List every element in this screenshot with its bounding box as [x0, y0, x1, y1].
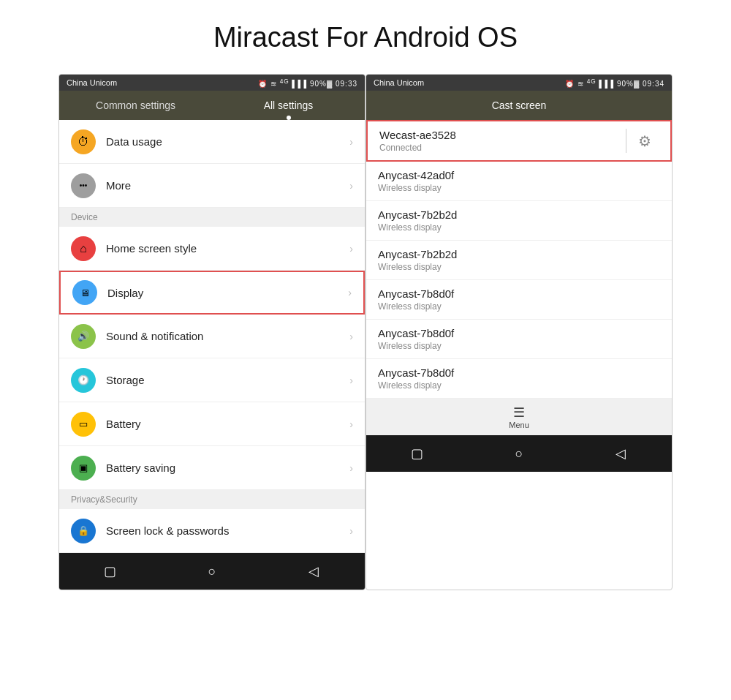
device-section-header: Device	[59, 208, 365, 227]
battery-saving-label: Battery saving	[106, 462, 349, 474]
storage-label: Storage	[106, 374, 349, 386]
left-status-bar: China Unicom ⏰ ≋ 4G▐▐▐ 90%▓ 09:33	[59, 75, 365, 91]
display-label: Display	[107, 287, 348, 299]
tab-common-settings[interactable]: Common settings	[59, 91, 212, 120]
home-screen-icon: ⌂	[71, 236, 96, 261]
home-screen-chevron: ›	[349, 243, 353, 255]
right-nav-back[interactable]: ◁	[606, 443, 635, 464]
left-screen: China Unicom ⏰ ≋ 4G▐▐▐ 90%▓ 09:33 Common…	[58, 74, 366, 590]
cast-list: Wecast-ae3528 Connected ⚙ Anycast-42ad0f…	[366, 120, 672, 399]
right-nav-square[interactable]: ▢	[403, 443, 432, 464]
wecast-status: Connected	[379, 143, 621, 153]
display-chevron: ›	[348, 287, 352, 298]
settings-item-home-screen[interactable]: ⌂ Home screen style ›	[59, 227, 365, 271]
cast-item-2[interactable]: Anycast-7b2b2d Wireless display	[366, 201, 672, 241]
data-usage-chevron: ›	[349, 136, 353, 148]
right-bottom-nav: ▢ ○ ◁	[366, 435, 672, 472]
anycast-5-status: Wireless display	[378, 341, 660, 351]
menu-icon: ☰	[513, 404, 525, 421]
cast-item-6[interactable]: Anycast-7b8d0f Wireless display	[366, 359, 672, 399]
storage-chevron: ›	[349, 375, 353, 386]
sound-icon: 🔊	[71, 324, 96, 349]
left-nav-tabs: Common settings All settings	[59, 91, 365, 120]
cast-screen-title: Cast screen	[492, 99, 547, 111]
data-usage-icon: ⏱	[71, 129, 96, 154]
anycast-3-name: Anycast-7b2b2d	[378, 248, 660, 260]
sound-label: Sound & notification	[106, 330, 349, 342]
privacy-section-header: Privacy&Security	[59, 490, 365, 509]
battery-saving-chevron: ›	[349, 462, 353, 474]
anycast-1-name: Anycast-42ad0f	[378, 169, 660, 181]
right-status-icons: ⏰ ≋ 4G▐▐▐ 90%▓ 09:34	[565, 78, 664, 88]
settings-item-battery-saving[interactable]: ▣ Battery saving ›	[59, 446, 365, 490]
settings-item-display[interactable]: 🖥 Display ›	[59, 271, 365, 315]
left-carrier: China Unicom	[67, 78, 117, 87]
battery-label: Battery	[106, 418, 349, 430]
wecast-name: Wecast-ae3528	[379, 129, 621, 141]
cast-item-1[interactable]: Anycast-42ad0f Wireless display	[366, 162, 672, 201]
data-usage-label: Data usage	[106, 135, 349, 148]
anycast-4-status: Wireless display	[378, 301, 660, 312]
screen-lock-icon: 🔒	[71, 519, 96, 543]
right-carrier: China Unicom	[374, 78, 424, 87]
anycast-1-status: Wireless display	[378, 183, 660, 193]
right-status-bar: China Unicom ⏰ ≋ 4G▐▐▐ 90%▓ 09:34	[366, 75, 672, 91]
screen-lock-label: Screen lock & passwords	[106, 524, 349, 537]
storage-icon: 🕐	[71, 368, 96, 393]
cast-screen-nav: Cast screen	[366, 91, 672, 120]
cast-item-connected-info: Wecast-ae3528 Connected	[379, 129, 621, 153]
cast-item-connected-row: Wecast-ae3528 Connected ⚙	[379, 129, 659, 153]
cast-item-4[interactable]: Anycast-7b8d0f Wireless display	[366, 280, 672, 320]
cast-item-3[interactable]: Anycast-7b2b2d Wireless display	[366, 241, 672, 280]
left-bottom-nav: ▢ ○ ◁	[59, 553, 365, 590]
right-screen: China Unicom ⏰ ≋ 4G▐▐▐ 90%▓ 09:34 Cast s…	[366, 74, 673, 590]
battery-saving-icon: ▣	[71, 456, 96, 481]
cast-divider	[626, 129, 626, 153]
settings-item-storage[interactable]: 🕐 Storage ›	[59, 358, 365, 402]
home-screen-label: Home screen style	[106, 242, 349, 255]
anycast-5-name: Anycast-7b8d0f	[378, 327, 660, 339]
settings-item-more[interactable]: ••• More ›	[59, 164, 365, 208]
battery-icon: ▭	[71, 412, 96, 437]
display-icon: 🖥	[72, 280, 97, 305]
left-status-icons: ⏰ ≋ 4G▐▐▐ 90%▓ 09:33	[258, 78, 357, 88]
settings-item-data-usage[interactable]: ⏱ Data usage ›	[59, 120, 365, 164]
page-title: Miracast For Android OS	[0, 0, 731, 74]
more-label: More	[106, 179, 349, 192]
cast-item-connected[interactable]: Wecast-ae3528 Connected ⚙	[366, 120, 672, 162]
anycast-6-name: Anycast-7b8d0f	[378, 366, 660, 379]
gear-icon[interactable]: ⚙	[631, 129, 659, 153]
settings-item-screen-lock[interactable]: 🔒 Screen lock & passwords ›	[59, 509, 365, 553]
anycast-6-status: Wireless display	[378, 380, 660, 391]
settings-item-sound[interactable]: 🔊 Sound & notification ›	[59, 315, 365, 358]
cast-item-5[interactable]: Anycast-7b8d0f Wireless display	[366, 320, 672, 359]
battery-chevron: ›	[349, 418, 353, 430]
screens-container: China Unicom ⏰ ≋ 4G▐▐▐ 90%▓ 09:33 Common…	[0, 74, 731, 590]
anycast-3-status: Wireless display	[378, 262, 660, 272]
screen-lock-chevron: ›	[349, 525, 353, 537]
more-chevron: ›	[349, 180, 353, 192]
menu-label: Menu	[509, 421, 529, 429]
settings-item-battery[interactable]: ▭ Battery ›	[59, 402, 365, 446]
left-nav-square[interactable]: ▢	[96, 560, 125, 582]
sound-chevron: ›	[349, 331, 353, 342]
cast-menu-button[interactable]: ☰ Menu	[366, 399, 672, 435]
more-icon: •••	[71, 173, 96, 198]
anycast-2-name: Anycast-7b2b2d	[378, 208, 660, 221]
anycast-2-status: Wireless display	[378, 222, 660, 233]
right-nav-circle[interactable]: ○	[504, 443, 534, 464]
left-settings-list: ⏱ Data usage › ••• More › Device ⌂ Home …	[59, 120, 365, 553]
left-nav-circle[interactable]: ○	[197, 560, 227, 582]
left-nav-back[interactable]: ◁	[299, 560, 328, 582]
anycast-4-name: Anycast-7b8d0f	[378, 287, 660, 300]
tab-all-settings[interactable]: All settings	[212, 91, 365, 120]
